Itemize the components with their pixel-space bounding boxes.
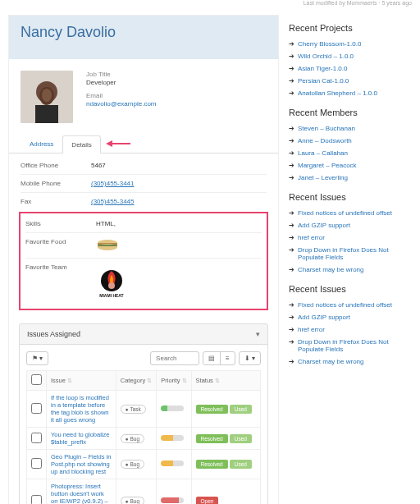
highlighted-details: SkillsHTML, Favorite Food Favorite Team … xyxy=(19,212,268,310)
last-modified: Last modified by Mommaerts · 5 years ago xyxy=(0,0,420,8)
issue-link[interactable]: Charset may be wrong xyxy=(298,266,363,273)
label-skills: Skills xyxy=(25,220,84,227)
value-mobile-phone[interactable]: (305)455-3441 xyxy=(91,180,134,187)
issue-link[interactable]: Drop Down in Firefox Does Not Populate F… xyxy=(298,246,412,261)
col-check[interactable] xyxy=(27,371,47,391)
project-link[interactable]: Wild Orchid – 1.0.0 xyxy=(298,53,354,60)
label-fav-food: Favorite Food xyxy=(25,238,84,253)
panel-head-issues-assigned[interactable]: Issues Assigned ▾ xyxy=(20,324,267,344)
status-extra: Used xyxy=(230,460,252,469)
arrow-icon: ➔ xyxy=(289,162,294,169)
issue-link[interactable]: href error xyxy=(298,326,325,333)
col-category[interactable]: Category⇅ xyxy=(116,371,156,391)
svg-rect-10 xyxy=(98,245,116,246)
row-check[interactable] xyxy=(27,391,47,428)
project-link[interactable]: Asian Tiger-1.0.0 xyxy=(298,65,347,72)
view-card-button[interactable]: ▤ xyxy=(203,351,221,365)
priority-bar xyxy=(161,435,184,441)
arrow-icon: ➔ xyxy=(289,125,294,132)
sidebar-item: ➔Persian Cat-1.0.0 xyxy=(289,75,412,87)
issue-link[interactable]: Add GZIP support xyxy=(298,314,350,321)
member-link[interactable]: Anne – Dodsworth xyxy=(298,137,352,144)
svg-text:MIAMI HEAT: MIAMI HEAT xyxy=(99,293,123,298)
arrow-icon: ➔ xyxy=(289,222,294,229)
value-fax[interactable]: (305)455-3445 xyxy=(91,198,134,205)
sidebar-item: ➔Margaret – Peacock xyxy=(289,159,412,172)
row-check[interactable] xyxy=(27,428,47,450)
chevron-down-icon: ▾ xyxy=(256,330,260,338)
sidebar-item: ➔Drop Down in Firefox Does Not Populate … xyxy=(289,244,412,263)
panel-title-text: Issues Assigned xyxy=(27,330,80,338)
issues-table: Issue⇅ Category⇅ Priority⇅ Status⇅ If th… xyxy=(26,370,261,504)
sidebar-item: ➔Wild Orchid – 1.0.0 xyxy=(289,50,412,62)
issue-link[interactable]: Geo Plugin – Fields in Post.php not show… xyxy=(51,453,111,475)
status-extra: Used xyxy=(230,405,252,414)
sidebar-item: ➔Fixed notices of undefined offset xyxy=(289,207,412,219)
status-badge: Resolved xyxy=(196,405,228,414)
issue-link[interactable]: Charset may be wrong xyxy=(298,358,363,365)
main-panel: Nancy Davolio Job Title Developer Email … xyxy=(8,15,279,504)
arrow-icon: ➔ xyxy=(289,77,294,85)
member-link[interactable]: Steven – Buchanan xyxy=(298,125,355,132)
arrow-icon: ➔ xyxy=(289,301,294,309)
search-input[interactable] xyxy=(150,351,199,365)
issue-link[interactable]: If the loop is modified in a template be… xyxy=(51,394,109,424)
view-list-button[interactable]: ≡ xyxy=(220,351,235,365)
project-link[interactable]: Anatolian Shepherd – 1.0.0 xyxy=(298,89,377,97)
member-link[interactable]: Janet – Leverling xyxy=(298,174,348,181)
value-skills: HTML, xyxy=(96,220,116,227)
issue-link[interactable]: Fixed notices of undefined offset xyxy=(298,301,392,309)
arrow-icon: ➔ xyxy=(289,358,294,365)
issue-link[interactable]: href error xyxy=(298,234,325,241)
export-button[interactable]: ⬇ ▾ xyxy=(239,351,261,365)
heading-recent-members: Recent Members xyxy=(289,108,412,117)
priority-bar xyxy=(161,405,184,411)
svg-marker-6 xyxy=(106,140,112,147)
svg-rect-3 xyxy=(35,105,58,123)
heading-recent-issues-2: Recent Issues xyxy=(289,284,412,294)
priority-bar xyxy=(161,497,184,503)
category-badge: ● Bug xyxy=(121,460,144,469)
arrow-icon: ➔ xyxy=(289,234,294,241)
member-link[interactable]: Margaret – Peacock xyxy=(298,162,357,169)
status-extra: Used xyxy=(230,434,252,443)
row-check[interactable] xyxy=(27,479,47,505)
issue-link[interactable]: You need to globalize $table_prefix xyxy=(51,431,109,446)
sidebar-item: ➔Steven – Buchanan xyxy=(289,122,412,135)
highlight-arrow xyxy=(106,139,132,149)
issue-link[interactable]: Drop Down in Firefox Does Not Populate F… xyxy=(298,338,412,353)
issue-link[interactable]: Photopress: Insert button doesn't work o… xyxy=(51,483,108,504)
sidebar-item: ➔Janet – Leverling xyxy=(289,172,412,184)
issue-link[interactable]: Add GZIP support xyxy=(298,222,350,229)
sidebar-item: ➔href error xyxy=(289,323,412,336)
issue-link[interactable]: Fixed notices of undefined offset xyxy=(298,209,392,217)
status-badge: Resolved xyxy=(196,460,228,469)
hero: Nancy Davolio xyxy=(9,16,278,59)
arrow-icon: ➔ xyxy=(289,174,294,181)
arrow-icon: ➔ xyxy=(289,209,294,217)
col-priority[interactable]: Priority⇅ xyxy=(157,371,191,391)
priority-bar xyxy=(161,460,184,466)
member-link[interactable]: Laura – Callahan xyxy=(298,149,348,157)
tab-address[interactable]: Address xyxy=(21,135,62,153)
arrow-icon: ➔ xyxy=(289,149,294,157)
table-row: You need to globalize $table_prefix● Bug… xyxy=(27,428,261,450)
page-title: Nancy Davolio xyxy=(21,24,267,41)
avatar xyxy=(21,71,73,123)
sidebar-item: ➔Cherry Blossom-1.0.0 xyxy=(289,38,412,50)
tab-details[interactable]: Details xyxy=(62,135,100,153)
arrow-icon: ➔ xyxy=(289,314,294,321)
row-check[interactable] xyxy=(27,450,47,479)
table-row: If the loop is modified in a template be… xyxy=(27,391,261,428)
panel-issues-assigned: Issues Assigned ▾ ⚑ ▾ ▤ ≡ ⬇ ▾ xyxy=(19,323,268,504)
tag-button[interactable]: ⚑ ▾ xyxy=(26,351,48,365)
label-fav-team: Favorite Team xyxy=(25,263,84,299)
email-link[interactable]: ndavolio@example.com xyxy=(86,100,157,108)
label-mobile-phone: Mobile Phone xyxy=(21,180,80,187)
project-link[interactable]: Persian Cat-1.0.0 xyxy=(298,77,349,85)
project-link[interactable]: Cherry Blossom-1.0.0 xyxy=(298,40,361,48)
col-issue[interactable]: Issue⇅ xyxy=(47,371,116,391)
sidebar-item: ➔Laura – Callahan xyxy=(289,147,412,159)
label-office-phone: Office Phone xyxy=(21,162,80,169)
col-status[interactable]: Status⇅ xyxy=(191,371,260,391)
